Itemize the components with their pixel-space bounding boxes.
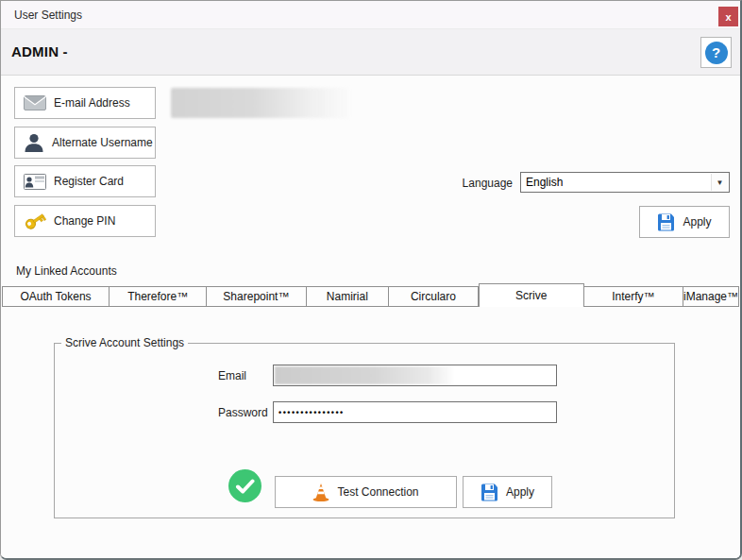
tab-label: OAuth Tokens	[20, 290, 91, 303]
page-title: ADMIN -	[11, 43, 68, 59]
tab-namirial[interactable]: Namirial	[307, 286, 390, 307]
test-connection-label: Test Connection	[337, 485, 418, 499]
change-pin-button[interactable]: Change PIN	[14, 205, 156, 237]
tab-scrive[interactable]: Scrive	[479, 283, 584, 307]
traffic-cone-icon	[312, 483, 329, 501]
chevron-down-icon[interactable]: ▼	[711, 174, 728, 191]
test-connection-button[interactable]: Test Connection	[275, 476, 457, 508]
language-value: English	[526, 176, 563, 189]
user-settings-window: User Settings x ADMIN - ? E-mail Address	[0, 0, 742, 560]
email-field[interactable]	[273, 365, 557, 386]
apply-top-label: Apply	[683, 215, 711, 229]
password-field[interactable]: •••••••••••••••	[273, 401, 557, 423]
close-button[interactable]: x	[718, 7, 738, 26]
redacted-email-field-value	[275, 366, 455, 384]
tab-label: Namirial	[327, 290, 368, 303]
password-masked-value: •••••••••••••••	[278, 408, 345, 417]
scrive-settings-groupbox: Scrive Account Settings Email Password •…	[54, 343, 675, 518]
tab-strip: OAuth TokensTherefore™Sharepoint™Namiria…	[2, 283, 739, 307]
key-icon	[24, 212, 46, 230]
tab-imanage[interactable]: iManage™	[683, 286, 739, 307]
tab-label: Therefore™	[127, 290, 188, 303]
tab-oauth-tokens[interactable]: OAuth Tokens	[2, 286, 110, 307]
help-icon: ?	[705, 42, 728, 64]
language-label: Language	[426, 177, 513, 190]
person-icon	[24, 132, 44, 153]
password-field-label: Password	[218, 406, 268, 419]
language-select[interactable]: English ▼	[520, 172, 730, 193]
apply-button-top[interactable]: Apply	[639, 206, 730, 238]
change-pin-label: Change PIN	[54, 214, 115, 228]
window-title: User Settings	[14, 8, 82, 22]
apply-scrive-label: Apply	[506, 485, 534, 499]
tab-therefore[interactable]: Therefore™	[110, 286, 207, 307]
tab-sharepoint[interactable]: Sharepoint™	[207, 286, 306, 307]
redacted-email-value	[171, 88, 352, 118]
help-button[interactable]: ?	[700, 37, 732, 68]
close-icon: x	[725, 11, 731, 23]
email-field-label: Email	[218, 369, 246, 382]
id-card-icon	[24, 174, 46, 190]
register-card-button[interactable]: Register Card	[14, 165, 156, 197]
header-band: ADMIN - ?	[1, 29, 740, 76]
email-address-label: E-mail Address	[54, 96, 130, 110]
tab-interfy[interactable]: Interfy™	[584, 286, 683, 307]
linked-accounts-label: My Linked Accounts	[16, 264, 117, 278]
envelope-icon	[24, 95, 46, 110]
tab-label: Circularo	[411, 290, 456, 303]
register-card-label: Register Card	[54, 175, 124, 188]
success-check-icon	[228, 469, 261, 502]
alternate-username-button[interactable]: Alternate Username	[14, 127, 156, 159]
tab-label: Interfy™	[612, 290, 654, 303]
tab-label: Scrive	[515, 289, 547, 302]
tab-circularo[interactable]: Circularo	[389, 286, 479, 307]
alternate-username-label: Alternate Username	[52, 136, 153, 149]
tab-label: Sharepoint™	[223, 290, 289, 303]
email-address-button[interactable]: E-mail Address	[14, 87, 156, 119]
apply-button-scrive[interactable]: Apply	[463, 476, 552, 508]
title-bar: User Settings x	[1, 1, 740, 29]
groupbox-title: Scrive Account Settings	[61, 336, 188, 349]
body: E-mail Address Alternate Username Regist…	[1, 76, 740, 558]
tab-label: iManage™	[683, 290, 738, 303]
save-icon	[657, 213, 675, 231]
save-icon	[481, 484, 498, 501]
